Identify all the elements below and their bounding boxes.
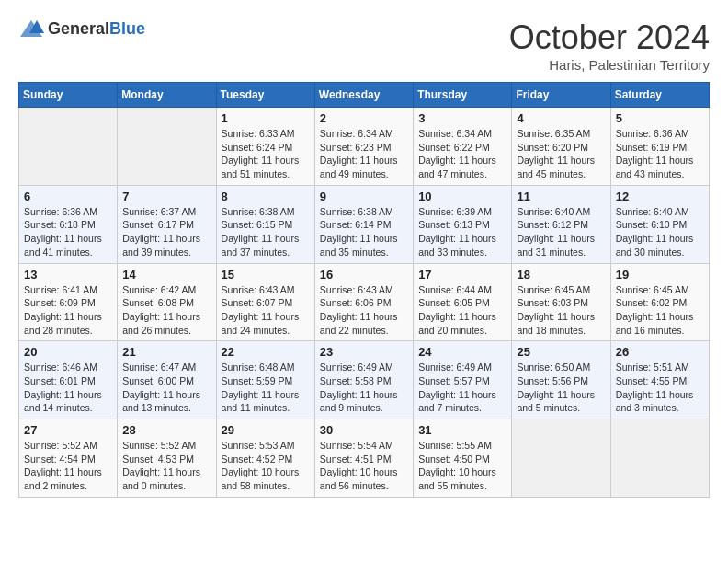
calendar-cell: 11Sunrise: 6:40 AM Sunset: 6:12 PM Dayli… [512, 185, 610, 263]
calendar-cell: 10Sunrise: 6:39 AM Sunset: 6:13 PM Dayli… [414, 185, 512, 263]
calendar-cell: 25Sunrise: 6:50 AM Sunset: 5:56 PM Dayli… [512, 341, 610, 419]
day-info: Sunrise: 6:42 AM Sunset: 6:08 PM Dayligh… [122, 283, 210, 338]
day-info: Sunrise: 5:55 AM Sunset: 4:50 PM Dayligh… [418, 439, 506, 493]
calendar-cell: 30Sunrise: 5:54 AM Sunset: 4:51 PM Dayli… [314, 419, 413, 498]
calendar-cell: 27Sunrise: 5:52 AM Sunset: 4:54 PM Dayli… [19, 419, 118, 498]
calendar-cell [512, 419, 610, 498]
calendar-cell: 13Sunrise: 6:41 AM Sunset: 6:09 PM Dayli… [19, 263, 118, 341]
day-number: 9 [320, 190, 408, 203]
calendar-week-3: 13Sunrise: 6:41 AM Sunset: 6:09 PM Dayli… [19, 263, 710, 341]
calendar-cell: 24Sunrise: 6:49 AM Sunset: 5:57 PM Dayli… [414, 341, 512, 419]
day-number: 10 [418, 190, 506, 203]
column-header-monday: Monday [118, 83, 216, 108]
day-number: 27 [24, 423, 112, 437]
calendar-cell: 26Sunrise: 5:51 AM Sunset: 4:55 PM Dayli… [610, 341, 709, 419]
day-number: 25 [517, 345, 605, 359]
day-info: Sunrise: 6:48 AM Sunset: 5:59 PM Dayligh… [222, 361, 310, 415]
day-number: 2 [320, 111, 408, 125]
day-number: 15 [222, 268, 310, 282]
calendar-week-1: 1Sunrise: 6:33 AM Sunset: 6:24 PM Daylig… [19, 108, 710, 186]
day-info: Sunrise: 6:45 AM Sunset: 6:02 PM Dayligh… [616, 283, 704, 338]
calendar-cell [610, 419, 709, 498]
day-number: 3 [418, 111, 506, 125]
calendar-cell: 31Sunrise: 5:55 AM Sunset: 4:50 PM Dayli… [414, 419, 512, 498]
day-info: Sunrise: 6:45 AM Sunset: 6:03 PM Dayligh… [517, 283, 605, 338]
day-number: 11 [517, 190, 605, 203]
calendar-cell: 17Sunrise: 6:44 AM Sunset: 6:05 PM Dayli… [414, 263, 512, 341]
column-header-thursday: Thursday [414, 83, 512, 108]
day-info: Sunrise: 5:52 AM Sunset: 4:53 PM Dayligh… [122, 439, 210, 493]
day-info: Sunrise: 5:51 AM Sunset: 4:55 PM Dayligh… [616, 361, 704, 415]
calendar-week-4: 20Sunrise: 6:46 AM Sunset: 6:01 PM Dayli… [19, 341, 710, 419]
day-info: Sunrise: 6:39 AM Sunset: 6:13 PM Dayligh… [418, 205, 506, 259]
day-info: Sunrise: 6:38 AM Sunset: 6:15 PM Dayligh… [222, 205, 310, 259]
day-info: Sunrise: 6:34 AM Sunset: 6:22 PM Dayligh… [418, 127, 506, 181]
calendar-cell: 9Sunrise: 6:38 AM Sunset: 6:14 PM Daylig… [314, 185, 413, 263]
day-number: 14 [122, 268, 210, 282]
calendar-cell [19, 108, 118, 186]
calendar-table: SundayMondayTuesdayWednesdayThursdayFrid… [18, 82, 710, 498]
calendar-cell: 16Sunrise: 6:43 AM Sunset: 6:06 PM Dayli… [314, 263, 413, 341]
day-number: 29 [222, 423, 310, 437]
calendar-cell: 4Sunrise: 6:35 AM Sunset: 6:20 PM Daylig… [512, 108, 610, 186]
column-header-friday: Friday [512, 83, 610, 108]
day-number: 22 [222, 345, 310, 359]
calendar-cell [118, 108, 216, 186]
day-number: 24 [418, 345, 506, 359]
day-number: 28 [122, 423, 210, 437]
day-number: 18 [517, 268, 605, 282]
calendar-cell: 21Sunrise: 6:47 AM Sunset: 6:00 PM Dayli… [118, 341, 216, 419]
day-number: 26 [616, 345, 704, 359]
calendar-header-row: SundayMondayTuesdayWednesdayThursdayFrid… [19, 83, 710, 108]
day-info: Sunrise: 6:47 AM Sunset: 6:00 PM Dayligh… [122, 361, 210, 415]
logo-general: General [48, 19, 109, 38]
day-info: Sunrise: 6:37 AM Sunset: 6:17 PM Dayligh… [122, 205, 210, 259]
calendar-cell: 29Sunrise: 5:53 AM Sunset: 4:52 PM Dayli… [216, 419, 314, 498]
day-number: 8 [222, 190, 310, 203]
calendar-cell: 20Sunrise: 6:46 AM Sunset: 6:01 PM Dayli… [19, 341, 118, 419]
day-info: Sunrise: 5:52 AM Sunset: 4:54 PM Dayligh… [24, 439, 112, 493]
calendar-cell: 14Sunrise: 6:42 AM Sunset: 6:08 PM Dayli… [118, 263, 216, 341]
calendar-cell: 3Sunrise: 6:34 AM Sunset: 6:22 PM Daylig… [414, 108, 512, 186]
day-number: 16 [320, 268, 408, 282]
day-info: Sunrise: 6:38 AM Sunset: 6:14 PM Dayligh… [320, 205, 408, 259]
logo-text: GeneralBlue [48, 19, 145, 39]
day-info: Sunrise: 5:53 AM Sunset: 4:52 PM Dayligh… [222, 439, 310, 493]
day-number: 6 [24, 190, 112, 203]
calendar-cell: 6Sunrise: 6:36 AM Sunset: 6:18 PM Daylig… [19, 185, 118, 263]
day-number: 17 [418, 268, 506, 282]
day-info: Sunrise: 6:50 AM Sunset: 5:56 PM Dayligh… [517, 361, 605, 415]
day-number: 12 [616, 190, 704, 203]
day-number: 19 [616, 268, 704, 282]
day-info: Sunrise: 6:36 AM Sunset: 6:19 PM Dayligh… [616, 127, 704, 181]
calendar-cell: 28Sunrise: 5:52 AM Sunset: 4:53 PM Dayli… [118, 419, 216, 498]
calendar-cell: 15Sunrise: 6:43 AM Sunset: 6:07 PM Dayli… [216, 263, 314, 341]
day-info: Sunrise: 6:36 AM Sunset: 6:18 PM Dayligh… [24, 205, 112, 259]
calendar-week-5: 27Sunrise: 5:52 AM Sunset: 4:54 PM Dayli… [19, 419, 710, 498]
calendar-cell: 8Sunrise: 6:38 AM Sunset: 6:15 PM Daylig… [216, 185, 314, 263]
column-header-wednesday: Wednesday [314, 83, 413, 108]
logo: GeneralBlue [18, 18, 145, 39]
day-info: Sunrise: 6:35 AM Sunset: 6:20 PM Dayligh… [517, 127, 605, 181]
day-info: Sunrise: 6:41 AM Sunset: 6:09 PM Dayligh… [24, 283, 112, 338]
day-number: 21 [122, 345, 210, 359]
day-number: 31 [418, 423, 506, 437]
calendar-cell: 12Sunrise: 6:40 AM Sunset: 6:10 PM Dayli… [610, 185, 709, 263]
day-number: 5 [616, 111, 704, 125]
calendar-cell: 22Sunrise: 6:48 AM Sunset: 5:59 PM Dayli… [216, 341, 314, 419]
calendar-cell: 23Sunrise: 6:49 AM Sunset: 5:58 PM Dayli… [314, 341, 413, 419]
day-info: Sunrise: 6:40 AM Sunset: 6:10 PM Dayligh… [616, 205, 704, 259]
month-title: October 2024 [509, 18, 710, 57]
location: Haris, Palestinian Territory [509, 57, 710, 73]
day-number: 1 [222, 111, 310, 125]
day-info: Sunrise: 6:40 AM Sunset: 6:12 PM Dayligh… [517, 205, 605, 259]
day-info: Sunrise: 6:34 AM Sunset: 6:23 PM Dayligh… [320, 127, 408, 181]
day-info: Sunrise: 6:43 AM Sunset: 6:07 PM Dayligh… [222, 283, 310, 338]
day-info: Sunrise: 5:54 AM Sunset: 4:51 PM Dayligh… [320, 439, 408, 493]
calendar-cell: 19Sunrise: 6:45 AM Sunset: 6:02 PM Dayli… [610, 263, 709, 341]
page-header: GeneralBlue October 2024 Haris, Palestin… [18, 18, 710, 73]
calendar-cell: 18Sunrise: 6:45 AM Sunset: 6:03 PM Dayli… [512, 263, 610, 341]
column-header-saturday: Saturday [610, 83, 709, 108]
calendar-cell: 1Sunrise: 6:33 AM Sunset: 6:24 PM Daylig… [216, 108, 314, 186]
title-block: October 2024 Haris, Palestinian Territor… [509, 18, 710, 73]
